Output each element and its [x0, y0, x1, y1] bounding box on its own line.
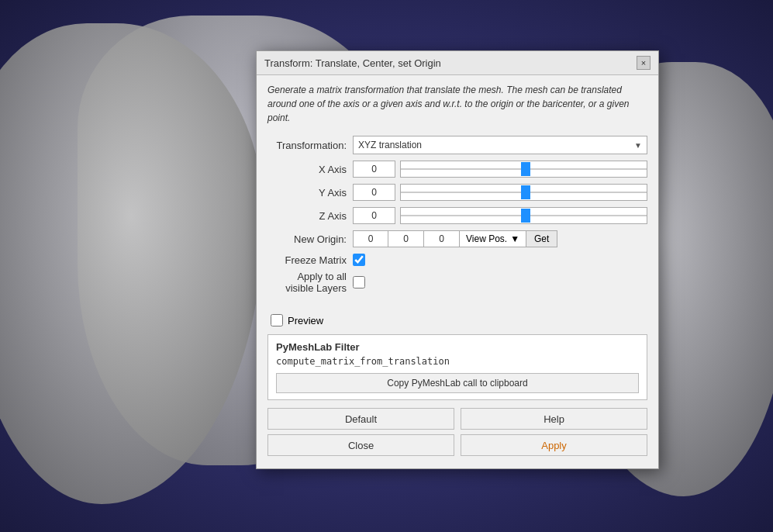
transformation-label: Transformation: — [267, 140, 353, 151]
default-help-row: Default Help — [267, 408, 647, 430]
transform-dialog: Transform: Translate, Center, set Origin… — [256, 50, 659, 469]
z-axis-label: Z Axis — [267, 210, 353, 222]
help-button[interactable]: Help — [461, 408, 647, 430]
apply-layers-row: Apply to all visible Layers — [267, 271, 647, 294]
preview-checkbox[interactable] — [271, 314, 283, 326]
close-apply-row: Close Apply — [267, 434, 647, 456]
freeze-matrix-label: Freeze Matrix — [267, 254, 353, 266]
z-axis-thumb[interactable] — [521, 209, 530, 223]
apply-button[interactable]: Apply — [461, 434, 647, 456]
preview-label: Preview — [288, 315, 323, 326]
freeze-matrix-checkbox[interactable] — [353, 254, 365, 266]
view-pos-chevron-icon: ▼ — [510, 233, 519, 244]
chevron-down-icon: ▼ — [634, 141, 642, 150]
default-button[interactable]: Default — [267, 408, 454, 430]
origin-y-input[interactable] — [388, 230, 424, 247]
y-axis-input[interactable] — [353, 184, 395, 201]
dialog-content: Generate a matrix transformation that tr… — [257, 75, 658, 468]
pymeshlab-code: compute_matrix_from_translation — [276, 356, 639, 367]
view-pos-dropdown[interactable]: View Pos. ▼ — [460, 230, 526, 247]
preview-row: Preview — [267, 314, 647, 326]
z-axis-row: Z Axis — [267, 207, 647, 224]
new-origin-row: New Origin: View Pos. ▼ Get — [267, 230, 647, 247]
view-pos-label: View Pos. — [466, 233, 507, 244]
transformation-row: Transformation: XYZ translation ▼ — [267, 136, 647, 154]
x-axis-thumb[interactable] — [521, 162, 530, 176]
z-axis-input[interactable] — [353, 207, 395, 224]
dialog-description: Generate a matrix transformation that tr… — [267, 83, 647, 125]
y-axis-slider-container — [400, 184, 647, 201]
y-axis-label: Y Axis — [267, 187, 353, 199]
pymeshlab-title: PyMeshLab Filter — [276, 341, 639, 353]
apply-layers-label: Apply to all visible Layers — [267, 271, 353, 294]
x-axis-row: X Axis — [267, 161, 647, 178]
get-button[interactable]: Get — [526, 230, 557, 247]
dialog-title: Transform: Translate, Center, set Origin — [264, 57, 441, 69]
x-axis-label: X Axis — [267, 164, 353, 175]
y-axis-row: Y Axis — [267, 184, 647, 201]
freeze-matrix-row: Freeze Matrix — [267, 254, 647, 266]
close-button[interactable]: Close — [267, 434, 454, 456]
pymeshlab-section: PyMeshLab Filter compute_matrix_from_tra… — [267, 334, 647, 400]
x-axis-input[interactable] — [353, 161, 395, 178]
origin-inputs: View Pos. ▼ Get — [353, 230, 557, 247]
copy-pymeshlab-button[interactable]: Copy PyMeshLab call to clipboard — [276, 373, 639, 393]
close-icon[interactable]: × — [637, 56, 650, 70]
x-axis-slider-container — [400, 161, 647, 178]
origin-x-input[interactable] — [353, 230, 388, 247]
dialog-titlebar: Transform: Translate, Center, set Origin… — [257, 51, 658, 75]
transformation-dropdown[interactable]: XYZ translation ▼ — [353, 136, 647, 154]
apply-layers-checkbox[interactable] — [353, 276, 365, 288]
new-origin-label: New Origin: — [267, 233, 353, 245]
transformation-value: XYZ translation — [358, 140, 422, 150]
origin-z-input[interactable] — [424, 230, 460, 247]
y-axis-thumb[interactable] — [521, 185, 530, 199]
z-axis-slider-container — [400, 207, 647, 224]
